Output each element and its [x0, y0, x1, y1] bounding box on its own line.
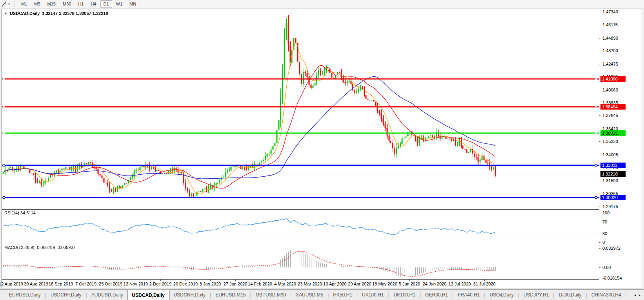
timeframe-button-m30[interactable]: M30: [60, 0, 74, 8]
top-toolbar: ▾ M1M5M15M30H1H4D1W1MN: [0, 0, 644, 8]
date-axis-tick: [235, 280, 236, 281]
rsi-axis-tick: [599, 213, 600, 213]
macd-indicator-chart[interactable]: [2, 244, 599, 279]
chart-tab-usdcad-daily[interactable]: USDCAD,Daily: [127, 289, 169, 300]
price-axis-tick: [599, 38, 600, 38]
timeframe-button-m5[interactable]: M5: [31, 0, 43, 8]
rsi-axis-tick-label: 0: [602, 240, 605, 245]
date-axis-tick: [435, 280, 435, 281]
date-axis-tick: [285, 280, 286, 281]
price-axis-tick-label: 1.44890: [602, 36, 618, 40]
price-axis-tick-label: 1.42475: [602, 62, 618, 66]
date-axis-tick: [335, 280, 335, 281]
date-axis-tick: [136, 280, 136, 281]
date-axis-label: 4 Mar 2020: [274, 282, 296, 286]
chart-tab-dj30-daily[interactable]: DJ30,Daily: [554, 290, 586, 300]
chart-symbol-label: USDCAD,Daily: [10, 11, 40, 16]
date-axis-tick: [260, 280, 260, 281]
tool-dropdown-caret[interactable]: ▾: [8, 2, 10, 6]
timeframe-button-d1[interactable]: D1: [100, 0, 112, 8]
price-axis-tick-label: 1.40060: [602, 88, 618, 92]
chart-tab-eurusd-daily[interactable]: EURUSD,Daily: [5, 290, 45, 300]
chart-window: ▼ USDCAD,Daily 1.32147 1.32378 1.32057 1…: [2, 9, 642, 289]
date-axis-tick: [409, 280, 410, 281]
price-axis-tick-label: 1.29175: [602, 204, 618, 209]
price-axis-tick-label: 1.35230: [602, 139, 618, 144]
rsi-axis-tick: [599, 242, 600, 243]
date-axis-label: 23 Mar 2020: [298, 282, 322, 286]
current-price-label: 1.32210: [600, 171, 626, 177]
timeframe-button-w1[interactable]: W1: [113, 0, 126, 8]
chart-title: ▼ USDCAD,Daily 1.32147 1.32378 1.32057 1…: [4, 11, 108, 16]
date-axis-tick: [11, 280, 11, 281]
price-axis-tick-label: 1.34005: [602, 152, 618, 157]
timeframe-button-m1[interactable]: M1: [18, 0, 30, 8]
date-axis-label: 27 Jan 2020: [224, 282, 247, 286]
chart-tab-usdjpy-h1[interactable]: USDJPY,H1: [519, 290, 553, 300]
chart-tab-hk50-h1[interactable]: HK50,H1: [329, 290, 357, 300]
price-axis-tick: [599, 25, 600, 25]
date-axis-label: 24 Jun 2020: [423, 282, 447, 286]
price-axis-tick: [599, 155, 600, 155]
macd-axis-tick-label: 0.032972: [602, 246, 620, 251]
macd-axis-tick: [599, 267, 600, 268]
chart-tab-eurusd-m15[interactable]: EURUSD,M15: [211, 290, 250, 300]
date-axis-label: 13 Nov 2019: [124, 282, 148, 286]
price-axis-tick-label: 1.43700: [602, 48, 618, 53]
chart-tab-audusd-daily[interactable]: AUDUSD,Daily: [87, 290, 127, 300]
chart-tab-fra40-h1[interactable]: FRA40,H1: [453, 290, 484, 300]
date-axis-tick: [210, 280, 211, 281]
timeframe-buttons: M1M5M15M30H1H4D1W1MN: [18, 0, 140, 8]
chart-tab-gbpusd-m30[interactable]: GBPUSD,M30: [251, 290, 290, 300]
date-axis-label: 31 Jul 2020: [473, 282, 496, 286]
date-axis-tick: [186, 280, 186, 281]
date-axis-tick: [484, 280, 485, 281]
chart-collapse-caret[interactable]: ▼: [4, 12, 7, 15]
crosshair-tool-button[interactable]: ▾: [0, 0, 11, 8]
price-axis-tick: [599, 115, 600, 116]
chart-tab-xauusd-m5[interactable]: XAUUSD,M5: [291, 290, 327, 300]
toolbar-grip[interactable]: [14, 1, 15, 7]
date-axis-label: 30 Aug 2019: [24, 282, 48, 286]
chart-tab-china300-h4[interactable]: CHINA300,H4: [587, 290, 626, 300]
date-axis-label: 13 Jul 2020: [449, 282, 471, 286]
date-axis-label: 18 Sep 2019: [49, 282, 73, 286]
date-axis-tick: [61, 280, 61, 281]
main-price-chart[interactable]: [2, 10, 599, 209]
chart-tab-uk100-h1[interactable]: UK100,H1: [358, 290, 388, 300]
rsi-indicator-chart[interactable]: [2, 210, 599, 244]
chart-tab-usoil-daily[interactable]: USOil,Daily: [485, 290, 518, 300]
date-axis-label: 2 Dec 2019: [149, 282, 171, 286]
date-axis-tick: [360, 280, 360, 281]
date-axis-label: 18 May 2020: [372, 282, 397, 286]
timeframe-button-mn[interactable]: MN: [126, 0, 139, 8]
timeframe-button-h4[interactable]: H4: [87, 0, 99, 8]
chart-tab-usdchf-daily[interactable]: USDCHF,Daily: [46, 290, 86, 300]
hline-price-label: 1.30020: [600, 195, 626, 200]
price-axis-tick: [599, 51, 600, 51]
date-axis-label: 5 Jun 2020: [399, 282, 420, 286]
panel-separator[interactable]: [2, 209, 599, 210]
timeframe-button-h1[interactable]: H1: [75, 0, 87, 8]
date-axis-label: 12 Aug 2019: [0, 282, 23, 286]
timeframe-button-m15[interactable]: M15: [44, 0, 59, 8]
chart-tab-uk100-h1[interactable]: UK100,H1: [389, 290, 420, 300]
chart-tab-usdcnh-daily[interactable]: USDCNH,Daily: [169, 290, 210, 300]
hline-price-label: 1.33011: [600, 163, 626, 168]
hline-price-label: 1.36015: [600, 130, 626, 136]
panel-separator[interactable]: [2, 244, 599, 244]
crosshair-pencil-icon: [2, 1, 7, 7]
price-axis-tick: [599, 64, 600, 64]
price-axis-tick: [599, 12, 600, 12]
chart-tab-bar: EURUSD,Daily|USDCHF,Daily|AUDUSD,DailyUS…: [0, 289, 644, 300]
macd-axis-tick: [599, 248, 600, 249]
panel-separator: [2, 279, 599, 280]
macd-axis-tick-label: -0.018154: [602, 276, 622, 280]
macd-axis-tick: [599, 278, 600, 278]
price-axis-tick: [599, 141, 600, 142]
rsi-axis-tick: [599, 234, 600, 234]
price-axis-tick-label: 1.31590: [602, 178, 618, 183]
tab-scroll-right-icon[interactable]: ▸: [639, 293, 640, 297]
chart-tab-ger30-h1[interactable]: GER30,H1: [421, 290, 452, 300]
tab-scroll-left-icon[interactable]: ◂: [634, 293, 636, 297]
